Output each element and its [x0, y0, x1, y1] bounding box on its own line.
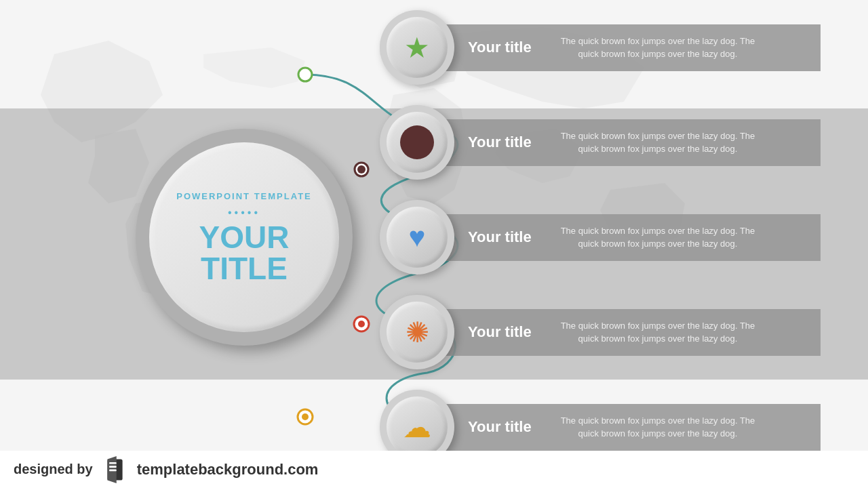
item-3-icon-circle: ♥: [380, 200, 454, 274]
svg-point-2: [357, 165, 366, 174]
item-4-icon-circle: ✺: [380, 295, 454, 369]
office-logo-icon: [103, 456, 127, 483]
footer: designed by templatebackground.com: [0, 451, 868, 488]
item-2-icon-inner: [387, 112, 448, 173]
item-3-icon-inner: ♥: [387, 207, 448, 268]
item-5-description: The quick brown fox jumps over the lazy …: [549, 414, 766, 441]
item-2-description: The quick brown fox jumps over the lazy …: [549, 129, 766, 156]
main-circle-title: YOURTITLE: [199, 222, 290, 284]
item-1-text-box: Your title The quick brown fox jumps ove…: [441, 24, 821, 71]
footer-url: templatebackground.com: [137, 461, 319, 479]
item-5-icon-inner: ☁: [387, 396, 448, 458]
blob-icon: ☁: [403, 411, 431, 444]
item-4-text-box: Your title The quick brown fox jumps ove…: [441, 309, 821, 356]
item-1-title: Your title: [468, 39, 536, 56]
main-circle-dots: •••••: [228, 207, 260, 219]
item-5-title: Your title: [468, 418, 536, 436]
svg-point-6: [358, 321, 365, 327]
item-4-title: Your title: [468, 323, 536, 341]
item-5-text-box: Your title The quick brown fox jumps ove…: [441, 404, 821, 451]
item-2-title: Your title: [468, 134, 536, 151]
item-3-title: Your title: [468, 228, 536, 246]
item-card-2: Your title The quick brown fox jumps ove…: [380, 105, 868, 180]
item-4-icon-inner: ✺: [387, 302, 448, 363]
item-card-4: ✺ Your title The quick brown fox jumps o…: [380, 295, 868, 369]
star-icon: ★: [404, 31, 430, 64]
circle-brown-icon: [400, 125, 434, 159]
item-3-text-box: Your title The quick brown fox jumps ove…: [441, 214, 821, 261]
sun-icon: ✺: [406, 316, 429, 349]
svg-rect-13: [109, 469, 117, 471]
item-4-description: The quick brown fox jumps over the lazy …: [549, 319, 766, 346]
item-2-text-box: Your title The quick brown fox jumps ove…: [441, 119, 821, 166]
main-circle-subtitle: POWERPOINT TEMPLATE: [176, 191, 312, 201]
svg-point-0: [298, 68, 312, 81]
footer-designed-by: designed by: [14, 462, 93, 477]
item-1-icon-inner: ★: [387, 17, 448, 78]
main-circle-inner: POWERPOINT TEMPLATE ••••• YOURTITLE: [149, 142, 339, 332]
main-circle: POWERPOINT TEMPLATE ••••• YOURTITLE: [136, 129, 353, 346]
item-card-1: ★ Your title The quick brown fox jumps o…: [380, 10, 868, 85]
item-1-icon-circle: ★: [380, 10, 454, 85]
svg-rect-11: [109, 462, 117, 464]
heart-icon: ♥: [409, 221, 426, 253]
item-1-description: The quick brown fox jumps over the lazy …: [549, 35, 766, 61]
item-card-3: ♥ Your title The quick brown fox jumps o…: [380, 200, 868, 274]
item-3-description: The quick brown fox jumps over the lazy …: [549, 224, 766, 251]
svg-point-8: [302, 413, 309, 420]
item-2-icon-circle: [380, 105, 454, 180]
svg-rect-12: [109, 466, 117, 468]
